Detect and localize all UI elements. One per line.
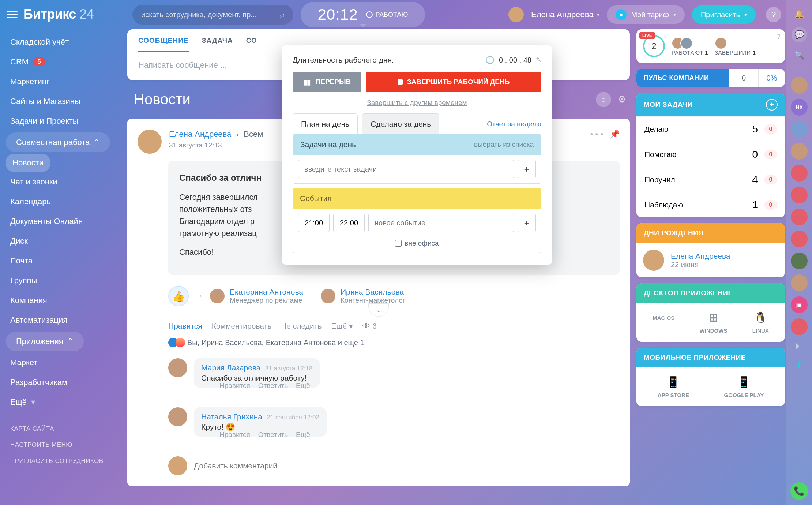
platform-googleplay[interactable]: 📱GOOGLE PLAY <box>724 375 764 398</box>
nav-calendar[interactable]: Календарь <box>0 192 127 212</box>
nav-docs[interactable]: Документы Онлайн <box>0 212 127 231</box>
add-task-icon[interactable]: + <box>766 99 778 111</box>
comment-like[interactable]: Нравится <box>219 431 250 439</box>
tasks-assigned[interactable]: Поручил40 <box>636 167 785 192</box>
help-button[interactable]: ? <box>766 7 781 22</box>
nav-company[interactable]: Компания <box>0 291 127 310</box>
comment-author[interactable]: Наталья Грихина <box>201 412 262 421</box>
chat-contact-2[interactable] <box>791 121 808 138</box>
nav-news[interactable]: Новости <box>6 154 50 172</box>
hamburger-icon[interactable] <box>7 11 18 18</box>
nav-groups[interactable]: Группы <box>0 271 127 291</box>
comment-avatar[interactable] <box>168 407 187 426</box>
app-logo[interactable]: Битрикс 24 <box>23 7 94 22</box>
add-comment-input[interactable] <box>194 457 620 475</box>
feed-search-icon[interactable]: ⌕ <box>596 92 611 107</box>
comment-author[interactable]: Мария Лазарева <box>201 363 261 372</box>
tasks-doing[interactable]: Делаю50 <box>636 116 785 142</box>
chat-contact-hx[interactable]: НХ <box>791 99 808 116</box>
post-audience[interactable]: Всем <box>244 130 263 139</box>
chat-contact-8[interactable] <box>791 252 808 269</box>
nav-disk[interactable]: Диск <box>0 231 127 251</box>
tab-more[interactable]: СО <box>246 37 257 52</box>
chat-contact-6[interactable] <box>791 209 808 225</box>
action-more[interactable]: Ещё ▾ <box>331 322 353 330</box>
stop-other-time-link[interactable]: Завершить с другим временем <box>293 97 541 113</box>
birthday-entry[interactable]: Елена Андреева22 июня <box>636 243 785 277</box>
nav-group-apps[interactable]: Приложения⌃ <box>6 332 84 351</box>
post-more-icon[interactable]: • • • <box>590 130 603 139</box>
feed-settings-icon[interactable]: ⚙ <box>618 94 630 105</box>
comment-more[interactable]: Ещё <box>296 431 310 439</box>
nav-customize[interactable]: НАСТРОИТЬ МЕНЮ <box>0 437 127 453</box>
tab-task[interactable]: ЗАДАЧА <box>202 37 233 52</box>
info-icon[interactable]: ? <box>777 33 781 41</box>
action-like[interactable]: Нравится <box>168 322 202 330</box>
nav-group-collab[interactable]: Совместная работа⌃ <box>6 132 110 152</box>
nav-marketing[interactable]: Маркетинг <box>0 72 127 91</box>
tab-message[interactable]: СООБЩЕНИЕ <box>138 37 189 52</box>
platform-appstore[interactable]: 📱APP STORE <box>658 375 689 398</box>
user-menu[interactable]: Елена Андреева▾ <box>531 10 599 19</box>
like-circle-icon[interactable]: 👍 <box>168 286 189 306</box>
nav-sites[interactable]: Сайты и Магазины <box>0 91 127 111</box>
expand-mentions-icon[interactable]: ⌄ <box>368 303 389 317</box>
tab-plan-day[interactable]: План на день <box>293 113 358 134</box>
bell-icon[interactable]: 🔔 <box>792 7 807 22</box>
search-icon[interactable]: ⌕ <box>280 10 285 19</box>
add-task-button[interactable]: + <box>518 160 536 178</box>
chat-contact-10[interactable]: ▣ <box>791 296 808 313</box>
nav-sitemap[interactable]: КАРТА САЙТА <box>0 421 127 437</box>
event-title-input[interactable] <box>368 214 514 232</box>
nav-market[interactable]: Маркет <box>0 353 127 373</box>
nav-inventory[interactable]: Складской учёт <box>0 32 127 52</box>
tasks-watching[interactable]: Наблюдаю10 <box>636 192 785 217</box>
action-unfollow[interactable]: Не следить <box>281 322 322 330</box>
chat-contact-11[interactable] <box>791 318 808 335</box>
task-text-input[interactable] <box>298 160 514 178</box>
event-time-end[interactable] <box>333 214 365 232</box>
phone-button[interactable]: 📞 <box>790 482 808 500</box>
mention-2[interactable]: Ирина ВасильеваКонтент-маркетолог <box>321 288 405 304</box>
week-report-link[interactable]: Отчет за неделю <box>487 120 541 128</box>
platform-linux[interactable]: 🐧LINUX <box>752 311 769 334</box>
mention-1[interactable]: Екатерина АнтоноваМенеджер по рекламе <box>210 288 303 304</box>
comment-like[interactable]: Нравится <box>219 382 250 390</box>
nav-crm[interactable]: CRM5 <box>0 52 127 72</box>
pulse-card[interactable]: ПУЛЬС КОМПАНИИ 0 0% <box>636 69 785 87</box>
platform-windows[interactable]: ⊞WINDOWS <box>700 311 728 334</box>
reaction-icons[interactable] <box>168 338 183 347</box>
nav-mail[interactable]: Почта <box>0 251 127 271</box>
chat-contact-5[interactable] <box>791 187 808 203</box>
out-of-office-checkbox[interactable] <box>395 240 402 247</box>
global-search[interactable]: искать сотрудника, документ, пр... ⌕ <box>132 5 293 25</box>
chat-contact-7[interactable] <box>791 231 808 247</box>
tab-done-day[interactable]: Сделано за день <box>362 113 439 134</box>
chat-contact-1[interactable] <box>791 77 808 94</box>
user-avatar[interactable] <box>508 7 524 22</box>
comment-avatar[interactable] <box>168 358 187 377</box>
invite-button[interactable]: Пригласить▾ <box>692 5 756 24</box>
nav-tasks[interactable]: Задачи и Проекты <box>0 111 127 131</box>
chat-icon[interactable]: 💬 <box>792 27 807 42</box>
share-icon[interactable]: ⬆ <box>792 357 807 373</box>
comment-reply[interactable]: Ответить <box>258 382 288 390</box>
chat-contact-3[interactable] <box>791 143 808 160</box>
tasks-helping[interactable]: Помогаю00 <box>636 142 785 167</box>
add-event-button[interactable]: + <box>518 214 536 232</box>
chat-contact-9[interactable] <box>791 274 808 291</box>
nav-developers[interactable]: Разработчикам <box>0 373 127 392</box>
chat-contact-4[interactable] <box>791 165 808 182</box>
action-comment[interactable]: Комментировать <box>212 322 271 330</box>
comment-more[interactable]: Ещё <box>296 382 310 390</box>
comment-reply[interactable]: Ответить <box>258 431 288 439</box>
work-clock-pill[interactable]: 20:12 РАБОТАЮ <box>301 2 425 27</box>
nav-automation[interactable]: Автоматизация <box>0 310 127 330</box>
chat-scroll-down-icon[interactable] <box>796 343 802 349</box>
edit-time-icon[interactable]: ✎ <box>536 56 541 64</box>
nav-invite-employees[interactable]: ПРИГЛАСИТЬ СОТРУДНИКОВ <box>0 453 127 469</box>
stop-workday-button[interactable]: ЗАВЕРШИТЬ РАБОЧИЙ ДЕНЬ <box>366 72 541 92</box>
select-from-list-link[interactable]: выбрать из списка <box>474 141 534 149</box>
post-pin-icon[interactable]: 📌 <box>610 130 620 139</box>
search-chat-icon[interactable]: 🔍 <box>792 48 807 63</box>
